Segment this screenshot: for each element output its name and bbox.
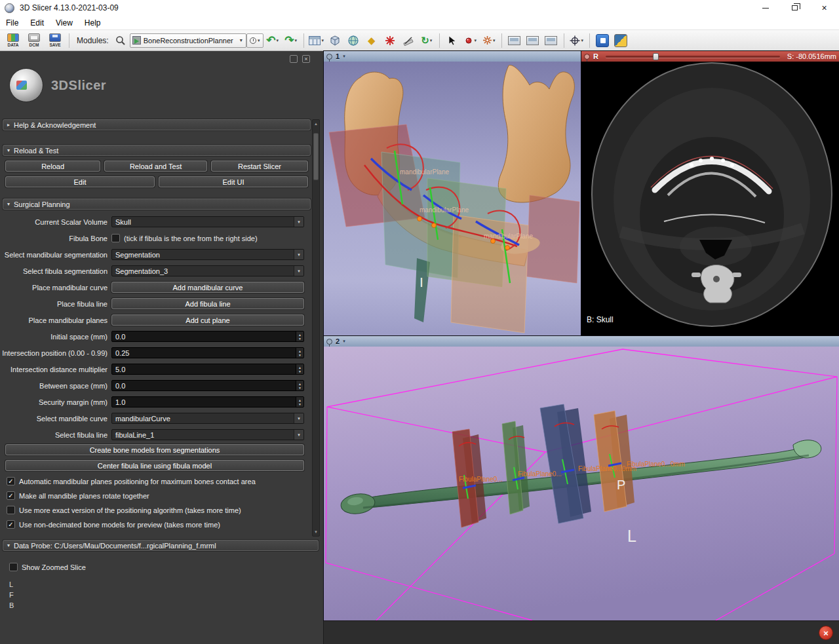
red-star-button[interactable] bbox=[381, 31, 399, 50]
menu-view[interactable]: View bbox=[50, 16, 79, 29]
initial-space-spinbox[interactable]: 0.0 ▲▼ bbox=[111, 331, 304, 342]
scrollbar-track[interactable] bbox=[313, 128, 319, 528]
window-capture-button[interactable] bbox=[506, 31, 523, 50]
place-fiducial-button[interactable]: ▾ bbox=[462, 31, 479, 50]
fibula-segmentation-combo[interactable]: Segmentation_3 ▾ bbox=[111, 265, 304, 276]
module-forward-button[interactable]: ↷ ▾ bbox=[283, 31, 300, 50]
view-menu-icon[interactable]: ▾ bbox=[343, 339, 345, 344]
spin-down-icon[interactable]: ▼ bbox=[298, 386, 302, 390]
gold-diamond-button[interactable]: ◆ bbox=[363, 31, 380, 50]
mandibular-segmentation-combo[interactable]: Segmentation ▾ bbox=[111, 249, 304, 260]
view2-viewport[interactable]: FibulaPlane0... FibulaPlane0... FibulaPl… bbox=[324, 347, 839, 620]
crosshair-button[interactable]: ▾ bbox=[568, 31, 585, 50]
intersection-distance-spinbox[interactable]: 5.0 ▲▼ bbox=[111, 364, 304, 375]
pin-icon[interactable] bbox=[326, 339, 332, 345]
pin-icon[interactable] bbox=[584, 54, 590, 60]
section-reload-test[interactable]: ▾ Reload & Test bbox=[3, 145, 311, 156]
section-surgical-planning[interactable]: ▾ Surgical Planning bbox=[3, 199, 311, 210]
red-view-controller-bar[interactable]: R S: -80.0516mm bbox=[581, 51, 839, 62]
slider-track[interactable] bbox=[606, 56, 780, 58]
back-arrow-icon: ↶ bbox=[266, 35, 275, 46]
fibula-line-combo[interactable]: fibulaLine_1 ▾ bbox=[111, 429, 304, 440]
mandible-3d-scene[interactable]: mandibularPlane mandibularPlane mandibul… bbox=[324, 62, 581, 336]
view1-viewport[interactable]: mandibularPlane mandibularPlane mandibul… bbox=[324, 62, 581, 336]
refresh-button[interactable]: ↻ ▾ bbox=[418, 31, 435, 50]
menu-bar: File Edit View Help bbox=[0, 16, 839, 30]
add-cut-plane-button[interactable]: Add cut plane bbox=[111, 314, 304, 326]
pointer-mode-button[interactable] bbox=[444, 31, 461, 50]
spin-down-icon[interactable]: ▼ bbox=[298, 353, 302, 357]
panel-pin-icon[interactable] bbox=[290, 55, 298, 63]
edit-button[interactable]: Edit bbox=[5, 176, 155, 187]
chevron-down-icon: ▾ bbox=[258, 38, 260, 43]
module-history-button[interactable]: ▾ bbox=[246, 33, 263, 48]
center-fibula-line-button[interactable]: Center fibula line using fibula model bbox=[5, 460, 304, 471]
view1-controller-bar[interactable]: 1 ▾ bbox=[324, 51, 581, 62]
show-zoomed-slice-checkbox[interactable] bbox=[9, 563, 18, 571]
slider-handle[interactable] bbox=[653, 53, 659, 60]
scrollbar-handle[interactable] bbox=[313, 133, 319, 180]
rotate-together-checkbox[interactable]: ✓ bbox=[7, 491, 15, 500]
spin-down-icon[interactable]: ▼ bbox=[298, 402, 302, 406]
load-data-button[interactable]: DATA bbox=[3, 31, 23, 50]
annotate-button[interactable] bbox=[400, 31, 417, 50]
spin-down-icon[interactable]: ▼ bbox=[298, 369, 302, 373]
layout-selector-button[interactable]: ▾ bbox=[308, 31, 325, 50]
auto-positioning-checkbox[interactable]: ✓ bbox=[7, 477, 15, 485]
add-fibula-line-button[interactable]: Add fibula line bbox=[111, 298, 304, 309]
restore-button[interactable] bbox=[780, 0, 810, 16]
axial-ct-slice[interactable] bbox=[581, 62, 839, 336]
exact-algorithm-checkbox[interactable] bbox=[7, 506, 15, 514]
compare-views-button[interactable] bbox=[543, 31, 560, 50]
non-decimated-checkbox[interactable]: ✓ bbox=[7, 520, 15, 529]
mandible-curve-combo[interactable]: mandibularCurve ▾ bbox=[111, 413, 304, 424]
view2-controller-bar[interactable]: 2 ▾ bbox=[324, 336, 839, 347]
panel-scrollbar[interactable]: ▲ ▼ bbox=[312, 119, 320, 537]
add-mandibular-curve-button[interactable]: Add mandibular curve bbox=[111, 282, 304, 293]
menu-edit[interactable]: Edit bbox=[24, 16, 50, 29]
fibula-3d-scene[interactable]: FibulaPlane0... FibulaPlane0... FibulaPl… bbox=[324, 347, 839, 620]
dicom-button[interactable]: DCM bbox=[24, 31, 44, 50]
red-slice-viewport[interactable]: B: Skull bbox=[581, 62, 839, 336]
extensions-manager-button[interactable] bbox=[594, 31, 611, 50]
ruler-pen-icon bbox=[403, 35, 414, 46]
restart-slicer-button[interactable]: Restart Slicer bbox=[211, 161, 308, 172]
layout-icon bbox=[309, 36, 321, 45]
reload-and-test-button[interactable]: Reload and Test bbox=[104, 161, 207, 172]
scroll-up-icon[interactable]: ▲ bbox=[314, 120, 318, 128]
module-selector-combo[interactable]: BoneReconstructionPlanner ▾ bbox=[130, 33, 246, 48]
menu-file[interactable]: File bbox=[0, 16, 24, 29]
intersection-position-spinbox[interactable]: 0.25 ▲▼ bbox=[111, 347, 304, 358]
panel-close-icon[interactable]: × bbox=[302, 55, 310, 63]
module-search-button[interactable] bbox=[112, 31, 129, 50]
cube-view-button[interactable] bbox=[326, 31, 343, 50]
python-console-button[interactable] bbox=[612, 31, 629, 50]
scroll-down-icon[interactable]: ▼ bbox=[314, 528, 318, 536]
save-label: SAVE bbox=[49, 43, 60, 47]
module-back-button[interactable]: ↶ ▾ bbox=[264, 31, 281, 50]
section-help-acknowledgement[interactable]: ▸ Help & Acknowledgement bbox=[3, 119, 311, 130]
close-button[interactable]: × bbox=[810, 0, 839, 16]
minimize-button[interactable] bbox=[751, 0, 780, 16]
view-menu-icon[interactable]: ▾ bbox=[343, 54, 345, 59]
slice-offset-slider[interactable] bbox=[606, 52, 780, 60]
pin-icon[interactable] bbox=[326, 54, 332, 60]
menu-help[interactable]: Help bbox=[79, 16, 107, 29]
fibula-bone-checkbox[interactable] bbox=[111, 234, 120, 242]
diamond-icon: ◆ bbox=[368, 35, 376, 47]
module-icon bbox=[132, 36, 141, 45]
scalar-volume-combo[interactable]: Skull ▾ bbox=[111, 216, 304, 227]
spin-down-icon[interactable]: ▼ bbox=[298, 337, 302, 341]
globe-button[interactable] bbox=[345, 31, 362, 50]
reload-button[interactable]: Reload bbox=[5, 161, 100, 172]
place-markup-button[interactable]: ▾ bbox=[480, 31, 498, 50]
security-margin-spinbox[interactable]: 1.0 ▲▼ bbox=[111, 396, 304, 407]
between-space-label: Between space (mm) bbox=[0, 382, 111, 390]
between-space-spinbox[interactable]: 0.0 ▲▼ bbox=[111, 380, 304, 391]
save-button[interactable]: SAVE bbox=[45, 31, 65, 50]
create-bone-models-button[interactable]: Create bone models from segmentations bbox=[5, 444, 304, 455]
data-probe-section[interactable]: ▾ Data Probe: C:/Users/Mau/Documents/f..… bbox=[3, 540, 319, 551]
error-log-button[interactable]: × bbox=[819, 626, 833, 640]
scene-views-button[interactable] bbox=[524, 31, 541, 50]
edit-ui-button[interactable]: Edit UI bbox=[159, 176, 308, 187]
